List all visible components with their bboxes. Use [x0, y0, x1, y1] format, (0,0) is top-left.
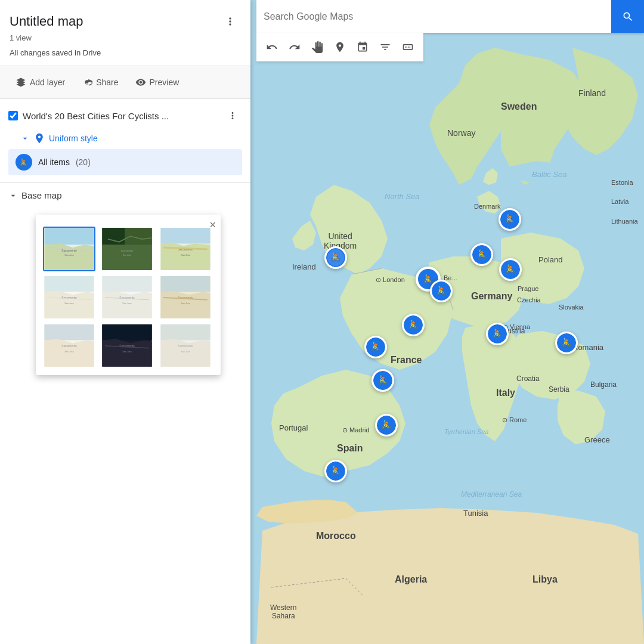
collapse-button[interactable] — [20, 134, 30, 143]
basemap-option-simple[interactable]: Sacramento San Jose — [43, 323, 95, 368]
undo-button[interactable] — [261, 36, 283, 58]
action-buttons-bar: Add layer Share Preview — [0, 66, 250, 99]
layer-menu-button[interactable] — [223, 106, 242, 125]
measure-button[interactable] — [397, 36, 419, 58]
add-layer-label: Add layer — [30, 78, 65, 87]
svg-text:San Jose: San Jose — [64, 302, 74, 305]
all-items-label: All items — [38, 157, 70, 167]
svg-text:San Jose: San Jose — [64, 351, 74, 353]
route-button[interactable] — [352, 36, 373, 58]
basemap-option-sand[interactable]: Sacramento San Jose — [159, 275, 212, 320]
basemap-close-button[interactable]: × — [209, 219, 216, 230]
basemap-option-default[interactable]: Sacramento San Jose — [43, 227, 95, 271]
search-input[interactable] — [256, 0, 611, 33]
svg-text:San Jose: San Jose — [181, 302, 190, 305]
map-toolbar — [256, 33, 423, 61]
svg-rect-68 — [103, 324, 152, 340]
all-items-row[interactable]: 🚴 All items (20) — [8, 149, 242, 175]
search-bar — [256, 0, 644, 33]
share-button[interactable]: Share — [73, 72, 126, 92]
all-items-count: (20) — [76, 157, 91, 167]
basemap-grid-popup: × Sacramento San Jose Sacramento — [36, 215, 221, 375]
preview-label: Preview — [150, 78, 179, 87]
svg-rect-41 — [103, 244, 152, 270]
save-status: All changes saved in Drive — [10, 46, 241, 61]
svg-text:Sacramento: Sacramento — [178, 345, 193, 348]
preview-button[interactable]: Preview — [127, 72, 188, 92]
filter-button[interactable] — [374, 36, 396, 58]
search-button[interactable] — [611, 0, 644, 33]
svg-rect-39 — [103, 228, 125, 244]
svg-text:Sacramento: Sacramento — [61, 345, 77, 348]
svg-text:San Jose: San Jose — [181, 254, 190, 256]
view-count: 1 view — [10, 33, 241, 42]
svg-text:Sacramento: Sacramento — [121, 250, 133, 252]
svg-text:San Jose: San Jose — [181, 351, 190, 353]
svg-rect-49 — [44, 276, 94, 292]
basemap-option-dark[interactable]: Sacramento San Jose — [101, 323, 153, 368]
basemap-option-terrain[interactable]: Sacramento San Jose — [159, 227, 212, 271]
pan-button[interactable] — [306, 36, 328, 58]
svg-rect-59 — [160, 276, 210, 292]
svg-rect-40 — [125, 228, 152, 244]
svg-rect-45 — [160, 228, 210, 244]
layer-checkbox[interactable] — [8, 111, 18, 120]
svg-rect-54 — [103, 276, 152, 292]
svg-rect-64 — [44, 324, 94, 340]
basemap-title: Base map — [21, 190, 62, 200]
basemap-section: Base map — [0, 183, 250, 213]
share-label: Share — [96, 78, 118, 87]
svg-rect-73 — [160, 324, 210, 340]
sidebar-header: Untitled map 1 view All changes saved in… — [0, 0, 250, 66]
basemap-option-pale[interactable]: Sacramento San Jose — [159, 323, 212, 368]
map-menu-button[interactable] — [219, 11, 241, 32]
basemap-grid: Sacramento San Jose Sacramento San Jose — [43, 227, 213, 368]
add-layer-button[interactable]: Add layer — [7, 72, 73, 92]
placemark-button[interactable] — [329, 36, 351, 58]
layer-name: World's 20 Best Cities For Cyclists ... — [23, 111, 169, 121]
svg-text:San Jose: San Jose — [123, 254, 131, 256]
basemap-collapse-button[interactable] — [8, 191, 18, 200]
svg-rect-33 — [44, 228, 94, 244]
svg-text:San Jose: San Jose — [122, 302, 132, 305]
layer-section: World's 20 Best Cities For Cyclists ... … — [0, 99, 250, 183]
basemap-option-mono[interactable]: Sacramento San Jose — [101, 275, 153, 320]
uniform-style-label: Uniform style — [49, 134, 98, 143]
redo-button[interactable] — [284, 36, 305, 58]
svg-text:San Jose: San Jose — [122, 351, 132, 353]
basemap-option-light[interactable]: Sacramento San Jose — [43, 275, 95, 320]
uniform-style-row[interactable]: Uniform style — [8, 130, 242, 147]
basemap-option-satellite[interactable]: Sacramento San Jose — [101, 227, 153, 271]
map-title: Untitled map — [10, 14, 83, 29]
svg-text:🚴: 🚴 — [19, 158, 29, 168]
